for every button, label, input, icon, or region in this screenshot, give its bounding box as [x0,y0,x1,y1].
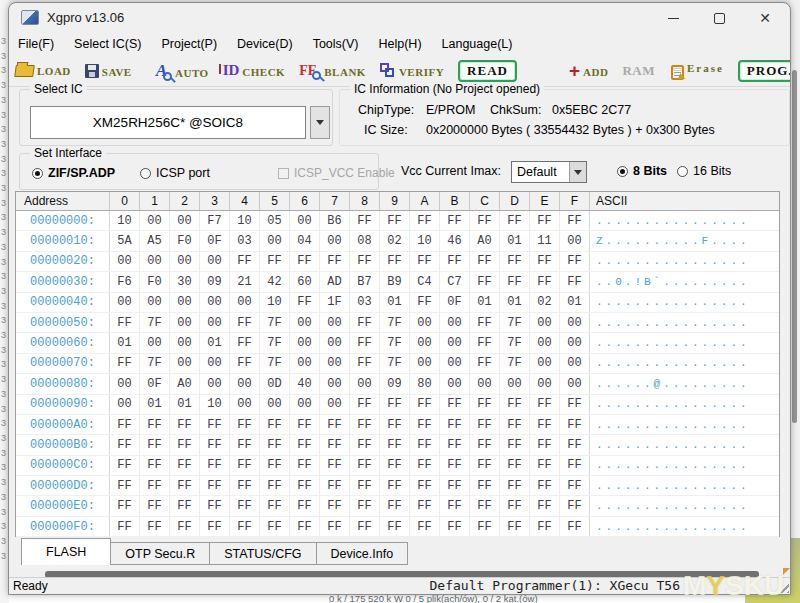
hex-byte-cell[interactable]: 00 [140,333,170,352]
erase-button[interactable]: Erase [671,62,724,80]
hex-byte-cell[interactable]: 00 [200,293,230,312]
menu-item-selectics[interactable]: Select IC(S) [69,35,146,53]
hex-byte-cell[interactable]: 7F [380,333,410,352]
radio-16-bits[interactable]: 16 Bits [677,164,731,178]
hex-byte-cell[interactable]: FF [440,496,470,515]
hex-byte-cell[interactable]: 00 [260,395,290,414]
hex-byte-cell[interactable]: FF [470,211,500,230]
hex-byte-cell[interactable]: FF [200,415,230,434]
hex-byte-cell[interactable]: 09 [380,374,410,393]
menu-item-deviced[interactable]: Device(D) [232,35,298,53]
maximize-button[interactable] [696,3,742,33]
hex-byte-cell[interactable]: AD [320,272,350,291]
hex-byte-cell[interactable]: FF [350,435,380,454]
hex-byte-cell[interactable]: FF [500,272,530,291]
hex-byte-cell[interactable]: FF [440,211,470,230]
hex-byte-cell[interactable]: FF [500,435,530,454]
hex-byte-cell[interactable]: FF [530,252,560,271]
hex-byte-cell[interactable]: 00 [470,374,500,393]
hex-byte-cell[interactable]: FF [140,476,170,495]
hex-byte-cell[interactable]: 7F [500,354,530,373]
hex-byte-cell[interactable]: 0D [260,374,290,393]
save-button[interactable]: SAVE [85,64,132,78]
load-button[interactable]: LOAD [15,65,71,77]
hex-byte-cell[interactable]: FF [200,476,230,495]
menu-item-languagel[interactable]: Language(L) [437,35,518,53]
vcc-current-combobox[interactable]: Default [511,161,587,183]
hex-byte-cell[interactable]: FF [500,415,530,434]
hex-byte-cell[interactable]: 00 [140,293,170,312]
hex-byte-cell[interactable]: FF [380,476,410,495]
hex-byte-cell[interactable]: FF [470,395,500,414]
hex-byte-cell[interactable]: 10 [110,211,140,230]
hex-byte-cell[interactable]: FF [260,252,290,271]
hex-byte-cell[interactable]: FF [350,517,380,536]
hex-byte-cell[interactable]: FF [500,395,530,414]
hex-byte-cell[interactable]: 02 [530,293,560,312]
hex-byte-cell[interactable]: FF [410,293,440,312]
hex-byte-cell[interactable]: FF [410,476,440,495]
hex-byte-cell[interactable]: FF [440,456,470,475]
hex-byte-cell[interactable]: FF [530,272,560,291]
hex-byte-cell[interactable]: 10 [230,211,260,230]
hex-byte-cell[interactable]: 05 [260,211,290,230]
hex-byte-cell[interactable]: 00 [320,374,350,393]
selected-ic-combobox[interactable]: XM25RH256C* @SOIC8 [30,106,306,139]
hex-byte-cell[interactable]: FF [140,496,170,515]
hex-byte-cell[interactable]: 7F [380,354,410,373]
hex-byte-cell[interactable]: FF [500,496,530,515]
hex-byte-cell[interactable]: 42 [260,272,290,291]
hex-byte-cell[interactable]: 7F [260,333,290,352]
hex-byte-cell[interactable]: FF [530,456,560,475]
hex-byte-cell[interactable]: FF [170,415,200,434]
hex-byte-cell[interactable]: 00 [230,293,260,312]
hex-byte-cell[interactable]: FF [560,395,590,414]
hex-byte-cell[interactable]: FF [170,476,200,495]
hex-byte-cell[interactable]: FF [470,476,500,495]
hex-byte-cell[interactable]: 7F [140,313,170,332]
add-button[interactable]: + ADD [569,63,608,78]
prog-button[interactable]: PROG. [738,60,790,82]
hex-byte-cell[interactable]: 10 [200,395,230,414]
hex-byte-cell[interactable]: 11 [530,231,560,250]
hex-byte-cell[interactable]: FF [290,476,320,495]
hex-byte-cell[interactable]: FF [290,415,320,434]
tab-device-info[interactable]: Device.Info [317,542,409,565]
hex-byte-cell[interactable]: FF [230,476,260,495]
hex-byte-cell[interactable]: 00 [170,293,200,312]
hex-byte-cell[interactable]: FF [410,517,440,536]
title-bar[interactable]: Xgpro v13.06 ✕ [9,3,790,33]
hex-byte-cell[interactable]: 0F [140,374,170,393]
hex-byte-cell[interactable]: FF [230,333,260,352]
hex-byte-cell[interactable]: 0F [440,293,470,312]
hex-byte-cell[interactable]: 00 [230,374,260,393]
hex-byte-cell[interactable]: FF [560,496,590,515]
radio-8-bits[interactable]: 8 Bits [617,164,667,178]
hex-byte-cell[interactable]: FF [530,496,560,515]
hex-byte-cell[interactable]: C4 [410,272,440,291]
read-button[interactable]: READ [458,60,517,82]
hex-byte-cell[interactable]: FF [440,415,470,434]
check-id-button[interactable]: ID CHECK [223,63,286,78]
hex-byte-cell[interactable]: 1F [320,293,350,312]
hex-byte-cell[interactable]: FF [470,456,500,475]
hex-byte-cell[interactable]: 0F [200,231,230,250]
blank-check-button[interactable]: FF BLANK [299,64,366,78]
browser-scrollbar-thumb[interactable] [792,70,797,423]
hex-byte-cell[interactable]: FF [380,252,410,271]
hex-byte-cell[interactable]: 03 [350,293,380,312]
hex-byte-cell[interactable]: FF [140,435,170,454]
hex-byte-cell[interactable]: 7F [500,333,530,352]
hex-byte-cell[interactable]: 00 [170,313,200,332]
ic-dropdown-button[interactable] [310,106,330,139]
hex-byte-cell[interactable]: FF [260,435,290,454]
hex-byte-cell[interactable]: A0 [170,374,200,393]
hex-byte-cell[interactable]: FF [410,456,440,475]
tab-status-cfg[interactable]: STATUS/CFG [210,542,316,565]
hex-byte-cell[interactable]: FF [320,415,350,434]
hex-byte-cell[interactable]: 00 [290,333,320,352]
hex-byte-cell[interactable]: FF [290,517,320,536]
hex-byte-cell[interactable]: 00 [560,313,590,332]
hex-byte-cell[interactable]: 7F [260,313,290,332]
hex-byte-cell[interactable]: 01 [140,395,170,414]
